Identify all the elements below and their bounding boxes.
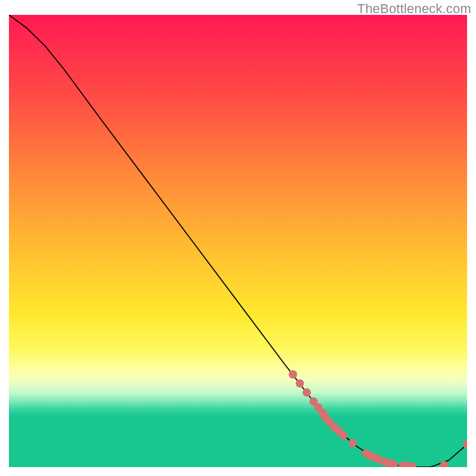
data-point — [440, 461, 449, 467]
data-point — [349, 439, 357, 447]
data-point — [296, 379, 304, 387]
marker-series — [289, 370, 467, 467]
data-point — [339, 431, 347, 440]
data-point — [303, 389, 311, 397]
data-point — [289, 370, 297, 378]
curve-series — [9, 15, 467, 467]
attribution-label: TheBottleneck.com — [357, 1, 471, 17]
chart-container: TheBottleneck.com — [0, 0, 476, 476]
curve-path — [9, 15, 467, 467]
chart-overlay — [9, 15, 467, 467]
